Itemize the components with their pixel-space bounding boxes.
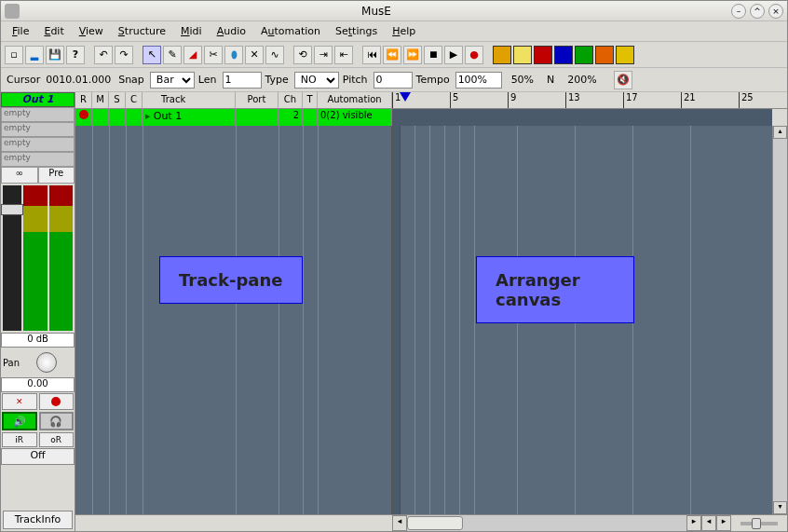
menu-help[interactable]: Help xyxy=(385,22,423,40)
view2-button[interactable] xyxy=(554,46,573,64)
solo-button[interactable]: 🎧 xyxy=(39,412,75,430)
track-automation[interactable]: 0(2) visible xyxy=(318,109,392,126)
stop-button[interactable]: ⏹ xyxy=(424,46,442,64)
insert-slot-3[interactable]: empty xyxy=(1,152,75,167)
tempo-n[interactable]: N xyxy=(547,74,554,86)
zoom-slider[interactable] xyxy=(740,522,778,525)
col-t[interactable]: T xyxy=(303,92,318,108)
rewind-button[interactable]: ⏪ xyxy=(383,46,401,64)
view3-button[interactable] xyxy=(575,46,593,64)
col-ch[interactable]: Ch xyxy=(279,92,303,108)
tempo-label: Tempo xyxy=(416,74,450,86)
zoom-in-button[interactable]: ▸ xyxy=(716,515,731,531)
save-button[interactable]: 💾 xyxy=(46,46,64,64)
forward-button[interactable]: ⏩ xyxy=(403,46,422,64)
scroll-right-button[interactable]: ▸ xyxy=(686,515,701,531)
redo-button[interactable]: ↷ xyxy=(115,46,133,64)
volume-fader[interactable] xyxy=(3,185,21,331)
pan-value[interactable]: 0.00 xyxy=(1,377,75,392)
rewind-start-button[interactable]: ⏮ xyxy=(362,46,381,64)
menu-view[interactable]: View xyxy=(72,22,111,40)
mute-tool[interactable]: ✕ xyxy=(245,46,264,64)
col-s[interactable]: S xyxy=(109,92,126,108)
track-rec-icon[interactable] xyxy=(79,110,88,119)
draw-tool[interactable]: ∿ xyxy=(265,46,284,64)
track-row[interactable]: ▸ Out 1 2 0(2) visible xyxy=(75,109,787,126)
close-button[interactable]: × xyxy=(768,4,783,19)
trackinfo-toggle[interactable]: TrackInfo xyxy=(3,511,73,529)
col-c[interactable]: C xyxy=(126,92,143,108)
zoom-out-button[interactable]: ◂ xyxy=(701,515,716,531)
open-button[interactable]: ▂ xyxy=(25,46,44,64)
insert-slot-2[interactable]: empty xyxy=(1,137,75,152)
scroll-thumb[interactable] xyxy=(407,516,463,530)
pan-knob[interactable] xyxy=(36,352,57,373)
maximize-button[interactable]: ^ xyxy=(750,4,765,19)
undo-button[interactable]: ↶ xyxy=(94,46,113,64)
view4-button[interactable] xyxy=(595,46,614,64)
scroll-left-button[interactable]: ◂ xyxy=(392,515,407,531)
vertical-scrollbar[interactable]: ▴ ▾ xyxy=(772,126,787,514)
glue-tool[interactable]: ⬮ xyxy=(224,46,243,64)
track-pane[interactable]: Track-pane xyxy=(75,126,392,514)
new-button[interactable]: ▫ xyxy=(5,46,23,64)
punchout-button[interactable]: ⇤ xyxy=(334,46,353,64)
col-track[interactable]: Track xyxy=(143,92,236,108)
pointer-tool[interactable]: ↖ xyxy=(143,46,161,64)
pitch-input[interactable] xyxy=(374,72,413,89)
output-route-button[interactable]: oR xyxy=(39,432,75,447)
tempo-input[interactable] xyxy=(455,72,502,89)
punchin-button[interactable]: ⇥ xyxy=(314,46,333,64)
metronome-button[interactable] xyxy=(513,46,532,64)
snap-select[interactable]: Bar xyxy=(150,72,195,89)
cursor-value: 0010.01.000 xyxy=(46,74,111,86)
chain-button[interactable]: ∞ xyxy=(1,167,38,184)
mute-speaker-icon[interactable]: 🔇 xyxy=(614,71,632,89)
pre-button[interactable]: Pre xyxy=(38,167,75,184)
rec-indicator[interactable]: ✕ xyxy=(2,393,37,410)
menu-automation[interactable]: Automation xyxy=(253,22,328,40)
eraser-tool[interactable]: ◢ xyxy=(183,46,202,64)
pencil-tool[interactable]: ✎ xyxy=(163,46,182,64)
rec-arm-button[interactable] xyxy=(39,393,75,410)
tempo-50[interactable]: 50% xyxy=(511,74,534,86)
col-automation[interactable]: Automation xyxy=(318,92,392,108)
panic-button[interactable] xyxy=(493,46,511,64)
insert-slot-1[interactable]: empty xyxy=(1,122,75,137)
menu-structure[interactable]: Structure xyxy=(111,22,173,40)
tempo-200[interactable]: 200% xyxy=(567,74,596,86)
play-button[interactable]: ▶ xyxy=(444,46,463,64)
view1-button[interactable] xyxy=(534,46,552,64)
toolbar-main: ▫ ▂ 💾 ? ↶ ↷ ↖ ✎ ◢ ✂ ⬮ ✕ ∿ ⟲ ⇥ ⇤ ⏮ ⏪ ⏩ ⏹ … xyxy=(1,42,787,68)
ruler-tick: 5 xyxy=(450,92,508,108)
insert-slot-0[interactable]: empty xyxy=(1,107,75,122)
menu-midi[interactable]: Midi xyxy=(173,22,210,40)
arranger-canvas[interactable]: Arranger canvas xyxy=(392,126,772,514)
track-name-header[interactable]: Out 1 xyxy=(1,92,75,107)
playhead-marker[interactable] xyxy=(400,92,411,102)
menu-audio[interactable]: Audio xyxy=(210,22,253,40)
scroll-track[interactable] xyxy=(407,515,686,531)
record-button[interactable]: ● xyxy=(465,46,483,64)
len-input[interactable] xyxy=(223,72,262,89)
whatsthis-button[interactable]: ? xyxy=(66,46,85,64)
input-route-button[interactable]: iR xyxy=(2,432,37,447)
menu-settings[interactable]: Settings xyxy=(328,22,385,40)
mute-button[interactable]: 🔊 xyxy=(2,412,37,430)
scroll-down-button[interactable]: ▾ xyxy=(773,501,787,514)
len-label: Len xyxy=(198,74,217,86)
loop-button[interactable]: ⟲ xyxy=(293,46,312,64)
track-type-icon: ▸ xyxy=(145,110,151,122)
menu-file[interactable]: File xyxy=(5,22,36,40)
menu-edit[interactable]: Edit xyxy=(36,22,71,40)
off-button[interactable]: Off xyxy=(1,448,75,465)
cut-tool[interactable]: ✂ xyxy=(204,46,223,64)
scroll-up-button[interactable]: ▴ xyxy=(773,126,787,139)
col-port[interactable]: Port xyxy=(236,92,279,108)
view5-button[interactable] xyxy=(616,46,634,64)
time-ruler[interactable]: 1 5 9 13 17 21 25 xyxy=(392,92,772,108)
minimize-button[interactable]: – xyxy=(731,4,746,19)
col-r[interactable]: R xyxy=(75,92,92,108)
type-select[interactable]: NO xyxy=(294,72,339,89)
col-m[interactable]: M xyxy=(92,92,109,108)
